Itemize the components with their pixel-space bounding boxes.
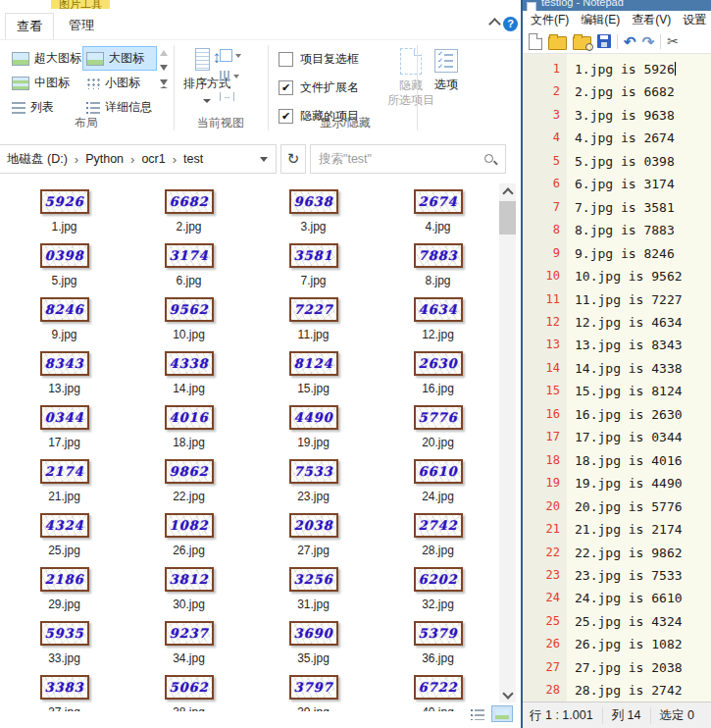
file-item[interactable]: 78838.jpg — [376, 235, 498, 289]
file-item[interactable]: 593533.jpg — [2, 613, 127, 667]
code-line[interactable]: 3.jpg is 9638 — [575, 104, 711, 127]
captcha-thumbnail[interactable]: 2630 — [414, 351, 463, 376]
file-item[interactable]: 379739.jpg — [251, 667, 376, 711]
tab-view[interactable]: 查看 — [5, 13, 54, 39]
group-by-button[interactable] — [220, 49, 241, 62]
file-item[interactable]: 812415.jpg — [251, 343, 376, 397]
captcha-thumbnail[interactable]: 8343 — [40, 351, 89, 376]
file-item[interactable]: 432425.jpg — [2, 505, 127, 559]
layout-option[interactable]: 中图标 — [8, 71, 82, 95]
captcha-thumbnail[interactable]: 6202 — [414, 567, 463, 592]
code-line[interactable]: 22.jpg is 9862 — [575, 542, 711, 564]
undo-icon[interactable]: ↶ — [624, 34, 636, 49]
captcha-thumbnail[interactable]: 5776 — [414, 405, 463, 430]
file-item[interactable]: 433814.jpg — [127, 343, 251, 397]
cut-icon[interactable]: ✂ — [667, 34, 679, 49]
code-line[interactable]: 13.jpg is 8343 — [575, 334, 711, 356]
captcha-thumbnail[interactable]: 5379 — [414, 621, 463, 646]
help-icon[interactable]: ? — [503, 17, 518, 31]
file-item[interactable]: 263016.jpg — [376, 343, 498, 397]
save-icon[interactable] — [597, 34, 611, 48]
file-item[interactable]: 217421.jpg — [2, 451, 127, 505]
refresh-button[interactable]: ↻ — [280, 144, 306, 174]
code-line[interactable]: 28.jpg is 2742 — [575, 679, 711, 702]
captcha-thumbnail[interactable]: 2038 — [289, 513, 338, 538]
layout-option[interactable]: 小图标 — [82, 71, 157, 95]
code-line[interactable]: 26.jpg is 1082 — [575, 633, 711, 655]
redo-icon[interactable]: ↷ — [642, 34, 655, 49]
file-item[interactable]: 834313.jpg — [2, 343, 127, 397]
file-item[interactable]: 338337.jpg — [2, 667, 127, 711]
code-line[interactable]: 16.jpg is 2630 — [575, 403, 711, 426]
menu-item[interactable]: 查看(V) — [626, 12, 677, 28]
captcha-thumbnail[interactable]: 2674 — [414, 189, 463, 214]
file-item[interactable]: 82469.jpg — [2, 289, 127, 343]
checkbox-checked-icon[interactable]: ✔ — [279, 80, 293, 95]
captcha-thumbnail[interactable]: 3256 — [289, 567, 338, 592]
code-line[interactable]: 27.jpg is 2038 — [575, 656, 711, 679]
captcha-thumbnail[interactable]: 7533 — [289, 459, 338, 484]
code-line[interactable]: 12.jpg is 4634 — [575, 311, 711, 334]
menu-item[interactable]: 文件(F) — [525, 12, 575, 28]
captcha-thumbnail[interactable]: 3797 — [289, 675, 338, 700]
code-line[interactable]: 17.jpg is 0344 — [575, 426, 711, 448]
code-line[interactable]: 8.jpg is 7883 — [575, 219, 711, 241]
code-line[interactable]: 20.jpg is 5776 — [575, 495, 711, 518]
code-line[interactable]: 25.jpg is 4324 — [575, 610, 711, 633]
file-item[interactable]: 203827.jpg — [251, 505, 376, 559]
search-icon[interactable] — [483, 153, 497, 167]
file-item[interactable]: 401618.jpg — [127, 397, 251, 451]
browse-files-icon[interactable] — [573, 36, 591, 50]
captcha-thumbnail[interactable]: 5926 — [40, 189, 89, 214]
search-input[interactable]: 搜索"test" — [310, 144, 506, 174]
captcha-thumbnail[interactable]: 1082 — [165, 513, 214, 538]
captcha-thumbnail[interactable]: 3581 — [289, 243, 338, 268]
captcha-thumbnail[interactable]: 4324 — [40, 513, 89, 538]
captcha-thumbnail[interactable]: 9638 — [289, 189, 338, 214]
code-line[interactable]: 15.jpg is 8124 — [575, 380, 711, 402]
file-item[interactable]: 956210.jpg — [127, 289, 251, 343]
file-item[interactable]: 537936.jpg — [376, 613, 498, 667]
layout-option[interactable]: 超大图标 — [8, 46, 82, 71]
captcha-thumbnail[interactable]: 3174 — [165, 243, 214, 268]
breadcrumb-item[interactable]: ocr1 — [139, 152, 167, 166]
scrollbar-down-button[interactable] — [499, 687, 516, 702]
captcha-thumbnail[interactable]: 3812 — [165, 567, 214, 592]
captcha-thumbnail[interactable]: 9862 — [165, 459, 214, 484]
breadcrumb-item[interactable]: Python — [83, 152, 126, 166]
file-item[interactable]: 66822.jpg — [127, 182, 251, 235]
options-button[interactable]: 选项 — [424, 49, 469, 93]
file-item[interactable]: 59261.jpg — [2, 182, 127, 235]
code-line[interactable]: 7.jpg is 3581 — [575, 196, 711, 219]
captcha-thumbnail[interactable]: 3383 — [40, 675, 89, 700]
file-item[interactable]: 35817.jpg — [251, 235, 376, 289]
editor-content[interactable]: 1234567891011121314151617181920212223242… — [523, 54, 711, 702]
open-file-icon[interactable] — [548, 36, 567, 50]
captcha-thumbnail[interactable]: 4634 — [414, 297, 463, 322]
code-line[interactable]: 23.jpg is 7533 — [575, 564, 711, 587]
captcha-thumbnail[interactable]: 6722 — [414, 675, 463, 700]
tab-manage[interactable]: 管理 — [56, 13, 107, 38]
file-item[interactable]: 325631.jpg — [251, 559, 376, 613]
editor-titlebar[interactable]: testlog - Notepad — [523, 0, 711, 11]
file-item[interactable]: 96383.jpg — [251, 182, 376, 235]
scroll-down-icon[interactable] — [160, 65, 168, 71]
captcha-thumbnail[interactable]: 0344 — [40, 405, 89, 430]
code-line[interactable]: 4.jpg is 2674 — [575, 127, 711, 149]
file-item[interactable]: 506238.jpg — [127, 667, 251, 711]
breadcrumb-item[interactable]: test — [181, 152, 205, 166]
captcha-thumbnail[interactable]: 7227 — [289, 297, 338, 322]
captcha-thumbnail[interactable]: 8124 — [289, 351, 338, 376]
captcha-thumbnail[interactable]: 9562 — [165, 297, 214, 322]
code-line[interactable]: 10.jpg is 9562 — [575, 265, 711, 287]
file-item[interactable]: 577620.jpg — [376, 397, 498, 451]
code-line[interactable]: 14.jpg is 4338 — [575, 357, 711, 380]
captcha-thumbnail[interactable]: 4016 — [165, 405, 214, 430]
file-item[interactable]: 449019.jpg — [251, 397, 376, 451]
code-line[interactable]: 24.jpg is 6610 — [575, 587, 711, 609]
captcha-thumbnail[interactable]: 8246 — [40, 297, 89, 322]
captcha-thumbnail[interactable]: 0398 — [40, 243, 89, 268]
layout-scroll-arrows[interactable] — [160, 50, 168, 88]
details-view-toggle[interactable] — [467, 705, 488, 722]
menu-item[interactable]: 编辑(E) — [575, 12, 626, 28]
